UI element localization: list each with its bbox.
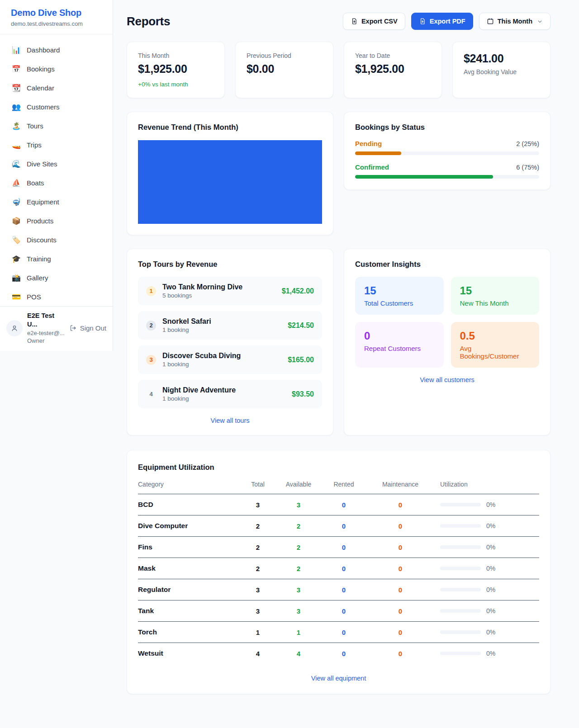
available-cell: 3 bbox=[278, 501, 319, 509]
sidebar-item-label: Training bbox=[27, 255, 51, 263]
total-cell: 3 bbox=[237, 501, 278, 509]
dashboard-icon: 📊 bbox=[12, 46, 21, 54]
stat-card-year-to-date: Year to Date $1,925.00 bbox=[344, 42, 442, 98]
period-dropdown[interactable]: This Month bbox=[479, 13, 551, 30]
bookings-by-status-title: Bookings by Status bbox=[355, 123, 539, 132]
sidebar-item-training[interactable]: 🎓Training bbox=[6, 249, 106, 268]
utilization-bar bbox=[440, 652, 481, 655]
insight-label: Repeat Customers bbox=[364, 345, 435, 352]
trips-icon: 🚤 bbox=[12, 141, 21, 149]
tour-list-item: 2 Snorkel Safari1 booking $214.50 bbox=[138, 311, 322, 340]
charts-row: Revenue Trend (This Month) Bookings by S… bbox=[127, 112, 551, 235]
export-csv-label: Export CSV bbox=[361, 18, 398, 25]
sidebar-item-label: Discounts bbox=[27, 236, 57, 244]
status-count: 6 (75%) bbox=[516, 164, 539, 171]
insight-value: 15 bbox=[460, 284, 531, 297]
export-pdf-label: Export PDF bbox=[430, 18, 465, 25]
sidebar-item-dashboard[interactable]: 📊Dashboard bbox=[6, 40, 106, 59]
sidebar-item-discounts[interactable]: 🏷️Discounts bbox=[6, 230, 106, 249]
maintenance-cell: 0 bbox=[369, 544, 432, 551]
utilization-cell: 0% bbox=[432, 586, 539, 593]
top-tours-title: Top Tours by Revenue bbox=[138, 260, 322, 269]
stat-label: Avg Booking Value bbox=[464, 68, 539, 76]
training-icon: 🎓 bbox=[12, 255, 21, 263]
column-header: Available bbox=[278, 481, 319, 488]
table-header-row: Category Total Available Rented Maintena… bbox=[138, 481, 539, 494]
total-cell: 4 bbox=[237, 650, 278, 657]
status-count: 2 (25%) bbox=[516, 140, 539, 147]
stat-label: This Month bbox=[138, 52, 214, 59]
shop-name[interactable]: Demo Dive Shop bbox=[11, 8, 102, 18]
total-cell: 2 bbox=[237, 522, 278, 530]
equipment-icon: 🤿 bbox=[12, 198, 21, 206]
maintenance-cell: 0 bbox=[369, 607, 432, 615]
table-row: Wetsuit 4 4 0 0 0% bbox=[138, 643, 539, 664]
rented-cell: 0 bbox=[319, 650, 369, 657]
sidebar-item-customers[interactable]: 👥Customers bbox=[6, 97, 106, 116]
stats-row: This Month $1,925.00 +0% vs last month P… bbox=[127, 42, 551, 98]
tour-list-item: 1 Two Tank Morning Dive5 bookings $1,452… bbox=[138, 277, 322, 305]
column-header: Utilization bbox=[432, 481, 539, 488]
view-all-tours-link[interactable]: View all tours bbox=[138, 417, 322, 424]
sign-out-button[interactable]: Sign Out bbox=[69, 324, 106, 332]
export-pdf-button[interactable]: Export PDF bbox=[411, 13, 473, 30]
insight-value: 15 bbox=[364, 284, 435, 297]
available-cell: 4 bbox=[278, 650, 319, 657]
available-cell: 3 bbox=[278, 586, 319, 594]
maintenance-cell: 0 bbox=[369, 650, 432, 657]
sidebar-item-gallery[interactable]: 📸Gallery bbox=[6, 268, 106, 287]
table-row: BCD 3 3 0 0 0% bbox=[138, 494, 539, 515]
stat-trend-note: +0% vs last month bbox=[138, 81, 214, 88]
sidebar-item-equipment[interactable]: 🤿Equipment bbox=[6, 192, 106, 211]
utilization-cell: 0% bbox=[432, 565, 539, 572]
lists-row: Top Tours by Revenue 1 Two Tank Morning … bbox=[127, 249, 551, 435]
revenue-trend-card: Revenue Trend (This Month) bbox=[127, 112, 333, 235]
rented-cell: 0 bbox=[319, 607, 369, 615]
insight-label: Avg Bookings/Customer bbox=[460, 345, 531, 360]
view-all-equipment-link[interactable]: View all equipment bbox=[138, 675, 539, 682]
insight-tile-avg-bookings: 0.5 Avg Bookings/Customer bbox=[451, 322, 540, 368]
sidebar-item-pos[interactable]: 💳POS bbox=[6, 287, 106, 306]
utilization-cell: 0% bbox=[432, 544, 539, 551]
view-all-customers-link[interactable]: View all customers bbox=[355, 376, 539, 383]
insight-tile-new-this-month: 15 New This Month bbox=[451, 277, 540, 315]
utilization-cell: 0% bbox=[432, 607, 539, 615]
category-cell: Wetsuit bbox=[138, 649, 237, 657]
tours-list: 1 Two Tank Morning Dive5 bookings $1,452… bbox=[138, 277, 322, 408]
category-cell: Regulator bbox=[138, 586, 237, 594]
sidebar-item-dive-sites[interactable]: 🌊Dive Sites bbox=[6, 154, 106, 173]
shop-domain: demo.test.divestreams.com bbox=[11, 20, 102, 27]
rented-cell: 0 bbox=[319, 629, 369, 636]
stat-value: $241.00 bbox=[464, 52, 539, 65]
table-row: Regulator 3 3 0 0 0% bbox=[138, 579, 539, 600]
utilization-label: 0% bbox=[486, 565, 495, 572]
maintenance-cell: 0 bbox=[369, 586, 432, 594]
category-cell: BCD bbox=[138, 501, 237, 509]
sidebar-item-label: Customers bbox=[27, 103, 60, 111]
maintenance-cell: 0 bbox=[369, 565, 432, 572]
utilization-bar bbox=[440, 567, 481, 570]
sidebar-item-boats[interactable]: ⛵Boats bbox=[6, 173, 106, 192]
page-header: Reports Export CSV Export PDF bbox=[127, 13, 551, 30]
sidebar-item-products[interactable]: 📦Products bbox=[6, 211, 106, 230]
sidebar-nav: 📊Dashboard 📅Bookings 📆Calendar 👥Customer… bbox=[0, 34, 113, 306]
brand-header: Demo Dive Shop demo.test.divestreams.com bbox=[0, 0, 113, 34]
revenue-trend-title: Revenue Trend (This Month) bbox=[138, 123, 322, 132]
rank-badge: 4 bbox=[146, 389, 156, 399]
status-label: Confirmed bbox=[355, 163, 389, 171]
tour-revenue: $1,452.00 bbox=[282, 287, 314, 295]
column-header: Total bbox=[237, 481, 278, 488]
sidebar-item-label: Calendar bbox=[27, 84, 54, 92]
tour-list-item: 4 Night Dive Adventure1 booking $93.50 bbox=[138, 380, 322, 408]
sidebar-item-calendar[interactable]: 📆Calendar bbox=[6, 78, 106, 97]
column-header: Category bbox=[138, 481, 237, 488]
export-csv-button[interactable]: Export CSV bbox=[343, 13, 405, 30]
user-role: Owner bbox=[27, 337, 65, 345]
sidebar-item-tours[interactable]: 🏝️Tours bbox=[6, 116, 106, 135]
sidebar-item-trips[interactable]: 🚤Trips bbox=[6, 135, 106, 154]
sidebar-item-label: Trips bbox=[27, 141, 42, 149]
tour-bookings: 1 booking bbox=[162, 326, 189, 333]
table-row: Tank 3 3 0 0 0% bbox=[138, 600, 539, 622]
sidebar-item-bookings[interactable]: 📅Bookings bbox=[6, 59, 106, 78]
utilization-bar bbox=[440, 630, 481, 634]
